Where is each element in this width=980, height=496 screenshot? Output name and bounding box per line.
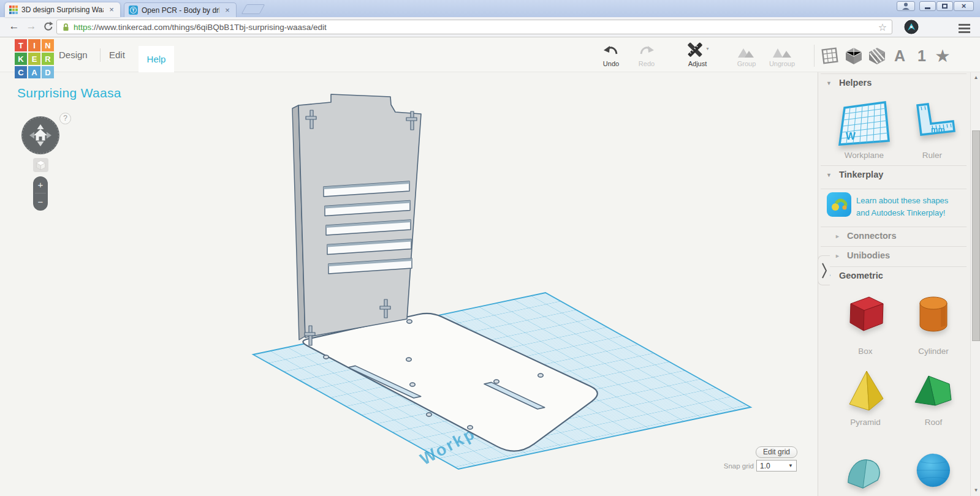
category-hole-button[interactable] <box>866 45 888 67</box>
sidebar-scrollbar[interactable]: ▲ ▼ <box>970 72 980 496</box>
tinkerplay-link[interactable]: Learn about these shapes and Autodesk Ti… <box>856 195 948 219</box>
thingiverse-favicon-icon: T <box>129 6 138 15</box>
bookmark-star-icon[interactable]: ☆ <box>878 21 887 33</box>
scroll-up-icon[interactable]: ▲ <box>971 73 980 82</box>
zoom-in-button[interactable]: + <box>33 176 48 193</box>
divider <box>821 246 967 247</box>
shape-round-roof[interactable] <box>842 447 889 494</box>
category-letters-button[interactable]: A <box>889 45 911 67</box>
scrollbar-thumb[interactable] <box>972 130 980 341</box>
tab-thingiverse[interactable]: T Open PCR - Body by drkal × <box>124 2 237 17</box>
snap-grid-value: 1.0 <box>760 462 788 470</box>
redo-icon <box>638 45 655 58</box>
category-symbols-button[interactable]: ★ <box>932 45 954 67</box>
tinkerplay-app-icon[interactable] <box>827 192 851 217</box>
url-protocol: https <box>74 23 91 32</box>
back-plate[interactable] <box>292 94 421 345</box>
tinkercad-favicon-icon <box>9 6 18 14</box>
tinkercad-logo[interactable]: TIN KER CAD <box>15 39 54 78</box>
chevron-right-icon <box>821 260 828 281</box>
divider <box>821 189 967 189</box>
shape-sphere[interactable] <box>910 446 957 492</box>
3d-viewport[interactable]: Workpl <box>0 72 818 496</box>
workplane-helper[interactable]: W <box>836 98 892 149</box>
minimize-button[interactable] <box>919 1 936 11</box>
edit-grid-button[interactable]: Edit grid <box>756 446 797 458</box>
svg-text:▼: ▼ <box>705 47 710 51</box>
menu-help[interactable]: Help <box>139 46 174 72</box>
url-bar[interactable]: https://www.tinkercad.com/things/6qiBQbB… <box>56 20 892 34</box>
section-helpers[interactable]: ▼ Helpers <box>818 78 965 90</box>
category-numbers-button[interactable]: 1 <box>911 45 933 67</box>
shape-box[interactable] <box>842 290 889 337</box>
url-text: ://www.tinkercad.com/things/6qiBQbB1Tbj-… <box>91 23 874 32</box>
view-nav-pad[interactable] <box>20 115 61 156</box>
extension-button[interactable] <box>903 19 919 37</box>
section-collapsed-icon: ► <box>835 233 840 239</box>
star-icon: ★ <box>936 47 949 65</box>
section-unibodies[interactable]: ► Unibodies <box>818 250 965 263</box>
shape-label: Box <box>842 347 889 356</box>
tab-close-icon[interactable]: × <box>223 6 232 15</box>
scroll-down-icon[interactable]: ▼ <box>971 486 980 495</box>
category-solid-button[interactable] <box>843 45 865 67</box>
close-window-button[interactable]: × <box>954 1 974 11</box>
forward-button[interactable]: → <box>23 18 39 34</box>
new-tab-button[interactable] <box>241 4 265 14</box>
section-expanded-icon: ▼ <box>826 80 832 86</box>
snap-grid-select[interactable]: 1.0 ▼ <box>756 460 797 472</box>
divider <box>821 165 967 166</box>
snap-grid-label: Snap grid <box>712 462 754 470</box>
3d-scene[interactable]: Workpl <box>0 72 818 496</box>
zoom-out-button[interactable]: − <box>33 194 48 210</box>
section-tinkerplay[interactable]: ▼ Tinkerplay <box>818 170 965 182</box>
shape-label: Roof <box>910 418 957 427</box>
category-workplane-button[interactable] <box>819 45 841 67</box>
back-button[interactable]: ← <box>6 18 22 34</box>
dropdown-caret-icon: ▼ <box>788 463 793 468</box>
reload-button[interactable] <box>40 18 56 34</box>
view-cube-icon <box>36 160 46 170</box>
menu-design[interactable]: Design <box>59 46 88 64</box>
tab-title: Open PCR - Body by drkal <box>142 6 219 15</box>
adjust-icon: ▼ <box>685 42 710 58</box>
section-connectors[interactable]: ► Connectors <box>818 231 965 243</box>
section-collapsed-icon: ► <box>835 253 840 259</box>
tab-tinkercad[interactable]: 3D design Surprising Waa × <box>5 2 120 17</box>
section-expanded-icon: ▼ <box>826 172 832 178</box>
undo-button[interactable]: Undo <box>594 42 628 69</box>
shape-label: Workplane <box>836 151 892 160</box>
section-geometric[interactable]: ▼ Geometric <box>818 271 965 283</box>
browser-tabstrip: 3D design Surprising Waa × T Open PCR - … <box>0 0 980 17</box>
adjust-button[interactable]: ▼ Adjust <box>678 42 717 69</box>
profile-button[interactable] <box>897 1 915 11</box>
person-icon <box>901 2 911 10</box>
menu-edit[interactable]: Edit <box>109 46 125 64</box>
restore-icon <box>942 4 948 9</box>
shape-roof[interactable] <box>910 366 957 413</box>
maximize-button[interactable] <box>936 1 953 11</box>
help-button[interactable]: ? <box>59 113 71 124</box>
lock-icon <box>62 23 70 32</box>
sidebar-collapse-handle[interactable] <box>818 255 830 285</box>
ungroup-button[interactable]: Ungroup <box>763 42 801 69</box>
ungroup-icon <box>772 46 792 58</box>
browser-menu-button[interactable] <box>959 22 970 35</box>
browser-navbar: ← → https://www.tinkercad.com/things/6qi… <box>0 17 980 37</box>
tab-close-icon[interactable]: × <box>107 6 116 14</box>
zoom-controls: + − <box>33 176 48 211</box>
iso-view-button[interactable] <box>33 158 48 172</box>
ruler-helper[interactable]: mm <box>908 100 957 149</box>
striped-cube-icon <box>868 47 886 65</box>
shape-pyramid[interactable] <box>842 366 889 413</box>
back-icon: ← <box>9 20 20 32</box>
undo-icon <box>602 45 620 58</box>
menu-divider <box>100 48 101 62</box>
group-button[interactable]: Group <box>729 42 764 69</box>
design-title[interactable]: Surprising Waasa <box>17 86 121 100</box>
divider <box>821 73 967 74</box>
group-icon <box>737 46 756 58</box>
redo-button[interactable]: Redo <box>629 42 664 69</box>
app-header: Design Edit Help Undo Redo <box>0 37 980 72</box>
shape-cylinder[interactable] <box>910 290 957 337</box>
